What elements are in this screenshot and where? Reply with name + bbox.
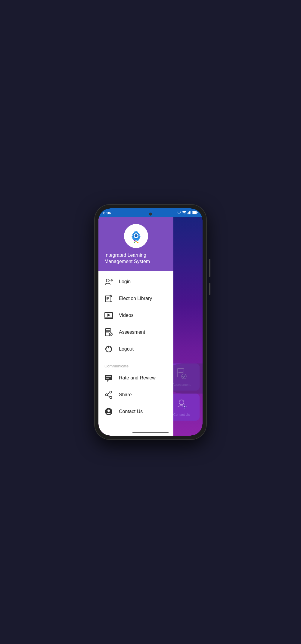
logout-icon bbox=[104, 345, 113, 353]
power-button bbox=[209, 283, 210, 295]
menu-item-assessment[interactable]: Assessment bbox=[98, 324, 173, 341]
navigation-drawer: Integrated Learning Management System bbox=[98, 217, 173, 436]
svg-point-44 bbox=[109, 333, 112, 336]
rate-review-label: Rate and Review bbox=[119, 375, 156, 381]
signal-icon bbox=[188, 211, 191, 215]
svg-rect-5 bbox=[193, 211, 197, 214]
status-icons: 🛡 bbox=[177, 211, 198, 215]
rate-review-icon bbox=[104, 374, 113, 382]
app-logo bbox=[124, 224, 148, 248]
election-library-icon bbox=[104, 294, 113, 303]
share-label: Share bbox=[119, 392, 132, 397]
svg-point-24 bbox=[137, 242, 138, 243]
svg-rect-1 bbox=[188, 212, 189, 214]
assessment-label: Assessment bbox=[119, 330, 145, 335]
menu-list: Login bbox=[98, 271, 173, 436]
svg-rect-15 bbox=[184, 406, 185, 407]
menu-item-logout[interactable]: Logout bbox=[98, 341, 173, 357]
contact-us-label: Contact Us bbox=[119, 409, 143, 414]
login-icon bbox=[104, 278, 113, 286]
main-content: Assessment bbox=[98, 217, 203, 436]
svg-line-55 bbox=[107, 395, 110, 397]
assessment-icon bbox=[104, 328, 113, 336]
drawer-header: Integrated Learning Management System bbox=[98, 217, 173, 271]
menu-item-rate-review[interactable]: Rate and Review bbox=[98, 370, 173, 386]
svg-point-52 bbox=[110, 396, 112, 398]
communicate-section-label: Communicate bbox=[98, 360, 173, 370]
svg-point-26 bbox=[137, 240, 138, 241]
menu-item-election-library[interactable]: Election Library bbox=[98, 290, 173, 307]
menu-item-videos[interactable]: Videos bbox=[98, 307, 173, 324]
election-library-label: Election Library bbox=[119, 296, 152, 301]
svg-point-12 bbox=[179, 400, 184, 405]
contact-bg-label: Contact Us bbox=[173, 413, 190, 416]
svg-rect-2 bbox=[189, 211, 190, 214]
volume-button bbox=[209, 259, 210, 277]
svg-rect-6 bbox=[197, 212, 198, 213]
svg-rect-32 bbox=[105, 296, 110, 302]
contact-bg-icon bbox=[176, 398, 187, 411]
svg-point-25 bbox=[134, 240, 135, 241]
svg-point-28 bbox=[106, 279, 109, 282]
camera bbox=[149, 213, 152, 216]
logout-label: Logout bbox=[119, 346, 134, 352]
phone-device: 6:06 🛡 bbox=[95, 205, 206, 439]
svg-point-27 bbox=[135, 234, 138, 237]
status-time: 6:06 bbox=[103, 211, 111, 215]
drawer-title: Integrated Learning Management System bbox=[104, 252, 167, 265]
logo-svg bbox=[128, 228, 144, 244]
menu-item-login[interactable]: Login bbox=[98, 273, 173, 290]
screen-content: 6:06 🛡 bbox=[98, 208, 203, 436]
svg-point-51 bbox=[110, 391, 112, 393]
svg-point-57 bbox=[107, 409, 110, 412]
battery-icon bbox=[192, 211, 198, 215]
login-label: Login bbox=[119, 279, 131, 284]
videos-label: Videos bbox=[119, 313, 134, 318]
svg-rect-38 bbox=[104, 318, 113, 319]
share-icon bbox=[104, 391, 113, 399]
svg-rect-3 bbox=[190, 211, 191, 214]
phone-screen: 6:06 🛡 bbox=[98, 208, 203, 436]
menu-divider bbox=[98, 359, 173, 359]
contact-us-icon bbox=[104, 407, 113, 416]
svg-rect-47 bbox=[105, 375, 112, 380]
menu-item-contact-us[interactable]: Contact Us bbox=[98, 403, 173, 420]
home-indicator bbox=[132, 432, 169, 433]
svg-line-54 bbox=[107, 392, 110, 394]
svg-marker-39 bbox=[107, 314, 110, 317]
svg-rect-0 bbox=[188, 213, 188, 214]
svg-point-53 bbox=[106, 394, 108, 396]
shield-icon: 🛡 bbox=[177, 211, 181, 215]
svg-point-23 bbox=[134, 242, 135, 243]
videos-icon bbox=[104, 311, 113, 320]
wifi-icon bbox=[182, 211, 186, 215]
menu-item-share[interactable]: Share bbox=[98, 386, 173, 403]
